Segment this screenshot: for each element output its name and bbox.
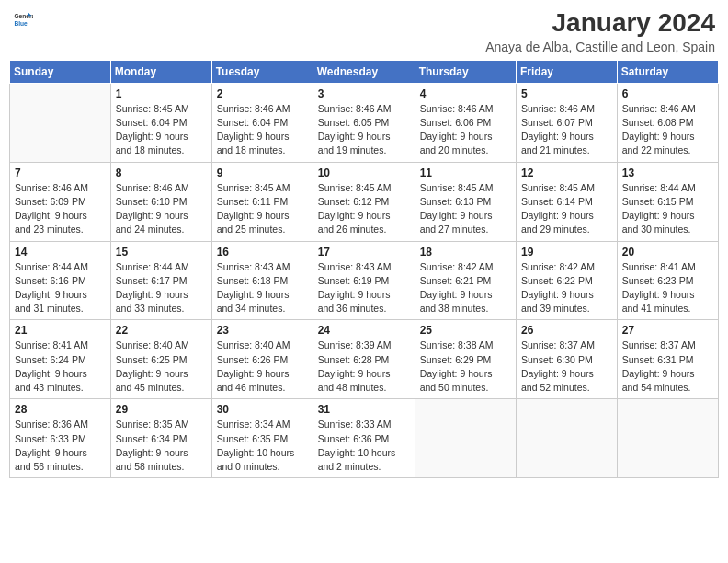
day-info: Sunrise: 8:45 AMSunset: 6:12 PMDaylight:…	[318, 181, 410, 237]
day-number: 3	[318, 87, 410, 100]
svg-text:Blue: Blue	[14, 20, 28, 27]
day-number: 9	[217, 167, 308, 179]
day-number: 31	[318, 403, 410, 416]
calendar-cell: 6Sunrise: 8:46 AMSunset: 6:08 PMDaylight…	[617, 83, 718, 162]
weekday-header: Thursday	[415, 60, 516, 83]
day-info: Sunrise: 8:46 AMSunset: 6:06 PMDaylight:…	[420, 102, 511, 158]
day-info: Sunrise: 8:41 AMSunset: 6:24 PMDaylight:…	[15, 339, 106, 395]
day-number: 21	[15, 324, 106, 337]
day-info: Sunrise: 8:37 AMSunset: 6:31 PMDaylight:…	[622, 339, 713, 395]
day-number: 4	[420, 87, 511, 100]
calendar-cell: 8Sunrise: 8:46 AMSunset: 6:10 PMDaylight…	[110, 162, 211, 241]
weekday-header: Saturday	[617, 60, 718, 83]
calendar-cell: 3Sunrise: 8:46 AMSunset: 6:05 PMDaylight…	[313, 83, 415, 162]
calendar-cell: 9Sunrise: 8:45 AMSunset: 6:11 PMDaylight…	[211, 162, 313, 241]
day-info: Sunrise: 8:41 AMSunset: 6:23 PMDaylight:…	[622, 260, 713, 316]
day-info: Sunrise: 8:36 AMSunset: 6:33 PMDaylight:…	[15, 418, 106, 474]
day-number: 17	[318, 246, 410, 259]
day-info: Sunrise: 8:44 AMSunset: 6:15 PMDaylight:…	[622, 181, 713, 237]
calendar-cell: 19Sunrise: 8:42 AMSunset: 6:22 PMDayligh…	[517, 241, 618, 320]
page-header: General Blue January 2024 Anaya de Alba,…	[9, 9, 719, 54]
calendar-header-row: SundayMondayTuesdayWednesdayThursdayFrid…	[10, 60, 719, 83]
day-number: 30	[217, 403, 308, 416]
day-number: 5	[521, 87, 612, 100]
title-block: January 2024 Anaya de Alba, Castille and…	[485, 9, 715, 54]
calendar-cell: 17Sunrise: 8:43 AMSunset: 6:19 PMDayligh…	[313, 241, 415, 320]
day-info: Sunrise: 8:34 AMSunset: 6:35 PMDaylight:…	[217, 418, 308, 474]
calendar-cell: 24Sunrise: 8:39 AMSunset: 6:28 PMDayligh…	[313, 320, 415, 399]
day-number: 19	[521, 246, 612, 259]
calendar-cell: 13Sunrise: 8:44 AMSunset: 6:15 PMDayligh…	[617, 162, 718, 241]
weekday-header: Wednesday	[313, 60, 415, 83]
day-info: Sunrise: 8:42 AMSunset: 6:22 PMDaylight:…	[521, 260, 612, 316]
day-number: 1	[116, 87, 207, 100]
day-number: 6	[622, 87, 713, 100]
day-info: Sunrise: 8:45 AMSunset: 6:13 PMDaylight:…	[420, 181, 511, 237]
day-number: 28	[15, 403, 106, 416]
calendar-cell	[415, 399, 516, 478]
calendar-cell: 25Sunrise: 8:38 AMSunset: 6:29 PMDayligh…	[415, 320, 516, 399]
calendar-cell: 7Sunrise: 8:46 AMSunset: 6:09 PMDaylight…	[10, 162, 111, 241]
weekday-header: Monday	[110, 60, 211, 83]
day-info: Sunrise: 8:33 AMSunset: 6:36 PMDaylight:…	[318, 418, 410, 474]
calendar-cell: 28Sunrise: 8:36 AMSunset: 6:33 PMDayligh…	[10, 399, 111, 478]
calendar-week-row: 1Sunrise: 8:45 AMSunset: 6:04 PMDaylight…	[10, 83, 719, 162]
day-info: Sunrise: 8:45 AMSunset: 6:04 PMDaylight:…	[116, 102, 207, 158]
day-info: Sunrise: 8:46 AMSunset: 6:07 PMDaylight:…	[521, 102, 612, 158]
calendar-cell: 23Sunrise: 8:40 AMSunset: 6:26 PMDayligh…	[211, 320, 313, 399]
day-info: Sunrise: 8:46 AMSunset: 6:08 PMDaylight:…	[622, 102, 713, 158]
day-info: Sunrise: 8:43 AMSunset: 6:19 PMDaylight:…	[318, 260, 410, 316]
day-info: Sunrise: 8:38 AMSunset: 6:29 PMDaylight:…	[420, 339, 511, 395]
day-info: Sunrise: 8:46 AMSunset: 6:09 PMDaylight:…	[15, 181, 106, 237]
day-info: Sunrise: 8:46 AMSunset: 6:10 PMDaylight:…	[116, 181, 207, 237]
calendar-cell: 27Sunrise: 8:37 AMSunset: 6:31 PMDayligh…	[617, 320, 718, 399]
day-info: Sunrise: 8:46 AMSunset: 6:05 PMDaylight:…	[318, 102, 410, 158]
location-subtitle: Anaya de Alba, Castille and Leon, Spain	[485, 40, 715, 54]
calendar-cell	[617, 399, 718, 478]
calendar-cell	[10, 83, 111, 162]
month-year-title: January 2024	[485, 9, 715, 38]
calendar-week-row: 7Sunrise: 8:46 AMSunset: 6:09 PMDaylight…	[10, 162, 719, 241]
day-number: 27	[622, 324, 713, 337]
calendar-cell: 2Sunrise: 8:46 AMSunset: 6:04 PMDaylight…	[211, 83, 313, 162]
calendar-cell: 22Sunrise: 8:40 AMSunset: 6:25 PMDayligh…	[110, 320, 211, 399]
day-info: Sunrise: 8:46 AMSunset: 6:04 PMDaylight:…	[217, 102, 308, 158]
calendar-cell: 30Sunrise: 8:34 AMSunset: 6:35 PMDayligh…	[211, 399, 313, 478]
calendar-cell: 5Sunrise: 8:46 AMSunset: 6:07 PMDaylight…	[517, 83, 618, 162]
day-info: Sunrise: 8:44 AMSunset: 6:17 PMDaylight:…	[116, 260, 207, 316]
day-info: Sunrise: 8:40 AMSunset: 6:26 PMDaylight:…	[217, 339, 308, 395]
logo-icon: General Blue	[13, 9, 33, 29]
day-number: 13	[622, 167, 713, 179]
calendar-cell: 1Sunrise: 8:45 AMSunset: 6:04 PMDaylight…	[110, 83, 211, 162]
day-info: Sunrise: 8:37 AMSunset: 6:30 PMDaylight:…	[521, 339, 612, 395]
calendar-cell: 16Sunrise: 8:43 AMSunset: 6:18 PMDayligh…	[211, 241, 313, 320]
calendar-cell: 14Sunrise: 8:44 AMSunset: 6:16 PMDayligh…	[10, 241, 111, 320]
calendar-week-row: 28Sunrise: 8:36 AMSunset: 6:33 PMDayligh…	[10, 399, 719, 478]
calendar-cell: 12Sunrise: 8:45 AMSunset: 6:14 PMDayligh…	[517, 162, 618, 241]
day-number: 24	[318, 324, 410, 337]
day-number: 8	[116, 167, 207, 179]
day-number: 7	[15, 167, 106, 179]
day-number: 10	[318, 167, 410, 179]
day-number: 29	[116, 403, 207, 416]
weekday-header: Sunday	[10, 60, 111, 83]
calendar-week-row: 21Sunrise: 8:41 AMSunset: 6:24 PMDayligh…	[10, 320, 719, 399]
day-number: 25	[420, 324, 511, 337]
day-number: 23	[217, 324, 308, 337]
day-info: Sunrise: 8:40 AMSunset: 6:25 PMDaylight:…	[116, 339, 207, 395]
day-info: Sunrise: 8:45 AMSunset: 6:14 PMDaylight:…	[521, 181, 612, 237]
day-info: Sunrise: 8:35 AMSunset: 6:34 PMDaylight:…	[116, 418, 207, 474]
logo: General Blue	[13, 9, 33, 29]
calendar-table: SundayMondayTuesdayWednesdayThursdayFrid…	[9, 60, 719, 478]
svg-text:General: General	[14, 13, 33, 19]
calendar-cell: 15Sunrise: 8:44 AMSunset: 6:17 PMDayligh…	[110, 241, 211, 320]
day-number: 22	[116, 324, 207, 337]
calendar-cell: 29Sunrise: 8:35 AMSunset: 6:34 PMDayligh…	[110, 399, 211, 478]
day-info: Sunrise: 8:44 AMSunset: 6:16 PMDaylight:…	[15, 260, 106, 316]
day-info: Sunrise: 8:45 AMSunset: 6:11 PMDaylight:…	[217, 181, 308, 237]
day-info: Sunrise: 8:39 AMSunset: 6:28 PMDaylight:…	[318, 339, 410, 395]
calendar-cell: 20Sunrise: 8:41 AMSunset: 6:23 PMDayligh…	[617, 241, 718, 320]
day-number: 15	[116, 246, 207, 259]
calendar-cell: 26Sunrise: 8:37 AMSunset: 6:30 PMDayligh…	[517, 320, 618, 399]
day-number: 26	[521, 324, 612, 337]
